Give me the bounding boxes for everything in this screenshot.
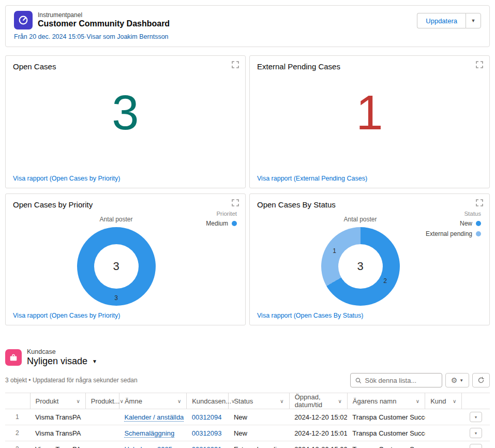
panel-title: Open Cases By Status — [257, 200, 336, 209]
row-actions-button[interactable]: ▼ — [470, 428, 482, 438]
list-view-selector[interactable]: Nyligen visade ▼ — [27, 356, 97, 367]
expand-icon[interactable] — [232, 61, 239, 68]
header-produkt[interactable]: Produkt∨ — [30, 393, 85, 409]
case-number-link[interactable]: 00312091 — [192, 445, 222, 448]
table-row: 2 Visma TransPA Schemaläggning 00312093 … — [5, 425, 490, 441]
row-actions-button[interactable]: ▼ — [470, 412, 482, 422]
list-refresh-button[interactable] — [472, 373, 490, 387]
table-row: 1 Visma TransPA Kalender / anställda 003… — [5, 409, 490, 425]
header-agarens-namn[interactable]: Ägarens namn∨ — [347, 393, 425, 409]
row-number: 1 — [5, 409, 30, 425]
cases-list-view: Kundcase Nyligen visade ▼ 3 objekt • Upp… — [5, 348, 490, 448]
cell-kundcasenummer: 00312094 — [187, 409, 229, 425]
header-kund[interactable]: Kund∨ — [425, 393, 462, 409]
dashboard-icon — [14, 11, 33, 29]
expand-icon[interactable] — [476, 61, 483, 68]
case-object-icon — [5, 349, 22, 366]
cell-actions: ▼ — [462, 441, 490, 448]
page-title: Customer Community Dashboard — [38, 19, 170, 29]
view-report-link[interactable]: Visa rapport (Open Cases By Status) — [257, 312, 363, 319]
cell-agare: Transpa Customer Success — [347, 409, 425, 425]
metric-value: 1 — [356, 88, 383, 137]
view-report-link[interactable]: Visa rapport (External Pending Cases) — [257, 175, 367, 182]
header-status[interactable]: Status∨ — [229, 393, 289, 409]
cell-actions: ▼ — [462, 409, 490, 425]
case-number-link[interactable]: 00312093 — [192, 429, 222, 437]
chevron-down-icon: ∨ — [416, 398, 419, 404]
view-report-link[interactable]: Visa rapport (Open Cases by Priority) — [13, 175, 121, 182]
cell-produkt: Visma TransPA — [30, 409, 85, 425]
list-meta: 3 objekt • Uppdaterad för några sekunder… — [5, 377, 138, 384]
legend-item[interactable]: Medium — [206, 220, 237, 227]
cell-produkt: Visma TransPA — [30, 441, 85, 448]
donut-total: 3 — [113, 260, 119, 273]
cell-agare: Transpa Customer Success — [347, 425, 425, 441]
slice-label: 1 — [333, 247, 336, 255]
table-row: 3 Visma TransPA Helgdagar 2025 00312091 … — [5, 441, 490, 448]
search-input[interactable] — [365, 377, 437, 384]
chart-legend: Status New External pending — [426, 211, 481, 241]
case-number-link[interactable]: 00312094 — [192, 413, 222, 421]
row-number: 2 — [5, 425, 30, 441]
header-amne[interactable]: Ämne∨ — [119, 393, 186, 409]
slice-label: 3 — [114, 294, 118, 302]
panel-open-cases-by-status: Open Cases By Status Antal poster 1 2 3 … — [249, 193, 490, 325]
chevron-down-icon: ∨ — [280, 398, 283, 404]
cell-status: New — [229, 425, 289, 441]
donut-total: 3 — [357, 260, 363, 273]
refresh-dropdown-button[interactable]: ▼ — [466, 13, 481, 28]
cases-table: Produkt∨ Produkt...∨ Ämne∨ Kundcasen...∨… — [5, 393, 490, 448]
refresh-button[interactable]: Uppdatera — [417, 13, 466, 28]
case-subject-link[interactable]: Schemaläggning — [124, 429, 174, 438]
list-search — [350, 373, 442, 387]
chevron-down-icon: ∨ — [453, 398, 456, 404]
header-kundcasenummer[interactable]: Kundcasen...∨ — [187, 393, 229, 409]
donut-chart-priority[interactable]: 3 3 — [77, 227, 156, 306]
legend-item[interactable]: External pending — [426, 230, 481, 237]
legend-dot — [476, 221, 481, 226]
cell-produkt2 — [85, 441, 119, 448]
list-settings-button[interactable]: ⚙ ▼ — [445, 373, 469, 387]
legend-title: Prioritet — [206, 211, 237, 217]
expand-icon[interactable] — [232, 199, 239, 206]
expand-icon[interactable] — [476, 199, 483, 206]
chart-legend: Prioritet Medium — [206, 211, 237, 230]
cell-oppnad: 2024-12-20 15:01 — [289, 425, 347, 441]
donut-chart-status[interactable]: 1 2 3 — [321, 227, 400, 306]
cell-produkt2 — [85, 409, 119, 425]
refresh-icon — [477, 377, 485, 384]
search-icon — [355, 377, 361, 384]
cell-status: New — [229, 409, 289, 425]
panel-title: External Pending Cases — [257, 62, 340, 71]
cell-kund — [425, 409, 462, 425]
cell-oppnad: 2024-12-20 15:02 — [289, 409, 347, 425]
case-subject-link[interactable]: Kalender / anställda — [124, 413, 184, 422]
list-view-title: Nyligen visade — [27, 356, 87, 367]
metric-value: 3 — [112, 88, 139, 137]
table-header-row: Produkt∨ Produkt...∨ Ämne∨ Kundcasen...∨… — [5, 393, 490, 409]
chevron-down-icon: ∨ — [76, 398, 80, 404]
panel-external-pending-cases: External Pending Cases 1 Visa rapport (E… — [249, 55, 490, 188]
record-type-label: Instrumentpanel — [38, 11, 170, 19]
row-actions-button[interactable]: ▼ — [470, 444, 482, 448]
chevron-down-icon: ∨ — [338, 398, 342, 404]
chevron-down-icon: ∨ — [119, 398, 123, 404]
dashboard-grid: Open Cases 3 Visa rapport (Open Cases by… — [5, 55, 490, 325]
cell-produkt: Visma TransPA — [30, 425, 85, 441]
case-subject-link[interactable]: Helgdagar 2025 — [124, 445, 172, 448]
chart-title: Antal poster — [6, 216, 227, 223]
header-oppnad[interactable]: Öppnad, datum/tid∨ — [289, 393, 347, 409]
object-label: Kundcase — [27, 348, 97, 355]
cell-kund — [425, 425, 462, 441]
view-report-link[interactable]: Visa rapport (Open Cases by Priority) — [13, 312, 121, 319]
dashboard-header: Instrumentpanel Customer Community Dashb… — [5, 5, 490, 47]
legend-item[interactable]: New — [426, 220, 481, 227]
cell-kundcasenummer: 00312091 — [187, 441, 229, 448]
header-produkt2[interactable]: Produkt...∨ — [85, 393, 119, 409]
cell-kund — [425, 441, 462, 448]
chevron-down-icon: ∨ — [177, 398, 181, 404]
gear-icon: ⚙ — [451, 376, 458, 384]
chevron-down-icon: ▼ — [459, 378, 463, 383]
cell-amne: Helgdagar 2025 — [119, 441, 186, 448]
cell-status: External pending — [229, 441, 289, 448]
